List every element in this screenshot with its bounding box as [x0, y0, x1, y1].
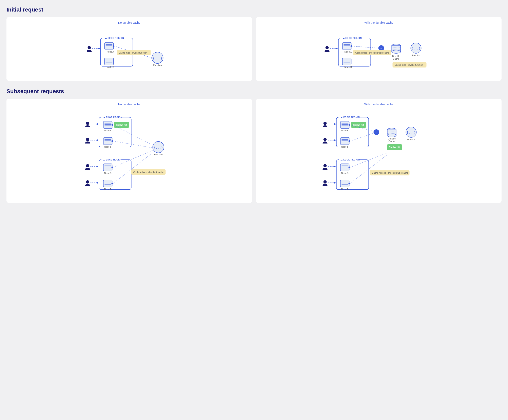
svg-rect-169 [341, 180, 349, 187]
svg-rect-130 [341, 137, 349, 145]
svg-text:☁ EDGE REGION: ☁ EDGE REGION [105, 37, 124, 39]
svg-point-174 [349, 183, 350, 184]
initial-no-cache-panel: No durable cache ☁ EDGE REGION [7, 17, 252, 81]
svg-point-127 [349, 124, 350, 126]
svg-point-91 [86, 180, 89, 184]
svg-text:Cache misses - invoke function: Cache misses - invoke function [133, 171, 164, 173]
svg-point-156 [334, 166, 336, 167]
svg-text:Node A: Node A [341, 129, 349, 132]
subsequent-with-cache-label: With the durable cache [262, 103, 496, 106]
svg-text:Durable: Durable [388, 137, 396, 140]
subsequent-no-cache-diagram: ☁ EDGE REGION Node A Cache hit Node B [12, 110, 246, 196]
svg-text:Cache hit: Cache hit [116, 124, 127, 127]
svg-point-60 [86, 122, 89, 125]
svg-text:☁ EDGE REGION: ☁ EDGE REGION [103, 116, 122, 119]
svg-rect-97 [104, 164, 112, 171]
svg-point-26 [336, 48, 338, 49]
svg-point-157 [323, 180, 327, 184]
svg-text:Function: Function [412, 54, 420, 57]
svg-text:Cache: Cache [388, 140, 395, 142]
svg-point-11 [113, 45, 114, 47]
svg-text:Cache hit: Cache hit [389, 146, 400, 149]
svg-text:→: → [380, 47, 382, 50]
svg-point-0 [88, 46, 91, 49]
svg-text:Node A: Node A [107, 51, 114, 53]
svg-text:Cache miss - check durable cac: Cache miss - check durable cache [355, 52, 389, 54]
svg-text:Cache misses - check durable c: Cache misses - check durable cache [372, 172, 408, 174]
svg-point-62 [97, 123, 98, 125]
svg-rect-163 [341, 164, 349, 171]
svg-text:Node A: Node A [341, 172, 349, 174]
svg-text:{...}: {...} [154, 146, 163, 149]
initial-with-cache-diagram: ☁ EDGE REGION Node A Node B → [262, 28, 496, 74]
svg-point-82 [112, 140, 113, 142]
svg-text:Node B: Node B [104, 146, 112, 148]
svg-text:Node B: Node B [104, 188, 112, 190]
subsequent-with-cache-panel: With the durable cache [256, 99, 501, 203]
svg-point-65 [97, 139, 98, 141]
svg-rect-122 [341, 121, 349, 128]
svg-point-168 [349, 166, 350, 168]
svg-point-102 [112, 166, 113, 168]
svg-rect-6 [105, 42, 113, 50]
initial-request-section: Initial request No durable cache ☁ E [7, 7, 501, 81]
svg-point-35 [351, 45, 352, 47]
svg-text:→: → [375, 131, 378, 134]
subsequent-section: Subsequent requests No durable cache [7, 88, 501, 203]
svg-point-63 [86, 138, 89, 141]
svg-point-93 [97, 182, 98, 184]
initial-diagrams-row: No durable cache ☁ EDGE REGION [7, 17, 501, 81]
subsequent-no-cache-label: No durable cache [12, 103, 246, 106]
svg-text:☁ EDGE REGION: ☁ EDGE REGION [343, 37, 362, 39]
svg-text:Node B: Node B [344, 66, 352, 68]
svg-point-74 [112, 124, 113, 126]
svg-text:Node A: Node A [104, 129, 112, 132]
svg-point-47 [392, 50, 401, 53]
svg-text:Node B: Node B [107, 66, 114, 68]
svg-rect-69 [104, 121, 112, 128]
svg-point-143 [387, 134, 396, 137]
svg-point-115 [334, 123, 336, 125]
svg-text:Cache miss - invoke function: Cache miss - invoke function [119, 52, 147, 54]
initial-with-cache-panel: With the durable cache ☁ EDGE REGION [256, 17, 501, 81]
svg-point-154 [323, 164, 327, 167]
initial-with-cache-label: With the durable cache [262, 21, 496, 24]
svg-point-135 [349, 140, 350, 142]
svg-point-118 [334, 139, 336, 141]
svg-text:Node A: Node A [104, 172, 112, 174]
svg-point-2 [98, 48, 100, 49]
svg-point-24 [326, 46, 329, 49]
subsequent-title: Subsequent requests [7, 88, 501, 95]
svg-text:Cache miss - invoke function: Cache miss - invoke function [395, 64, 423, 66]
svg-rect-103 [104, 180, 112, 187]
svg-text:Durable: Durable [392, 55, 400, 57]
svg-point-108 [112, 183, 113, 184]
svg-text:Function: Function [154, 153, 163, 156]
subsequent-no-cache-panel: No durable cache [7, 99, 252, 203]
svg-text:☁ EDGE REGION: ☁ EDGE REGION [103, 159, 122, 161]
svg-text:Node B: Node B [341, 146, 349, 148]
svg-point-88 [86, 164, 89, 167]
svg-text:☁ EDGE REGION: ☁ EDGE REGION [341, 159, 360, 161]
svg-text:Node B: Node B [341, 188, 349, 190]
svg-text:{...}: {...} [153, 56, 162, 60]
svg-text:Function: Function [153, 64, 162, 66]
svg-text:Function: Function [407, 138, 415, 141]
svg-rect-12 [105, 58, 113, 65]
svg-point-159 [334, 182, 336, 184]
svg-text:{...}: {...} [407, 131, 416, 135]
svg-point-113 [323, 122, 327, 125]
initial-no-cache-label: No durable cache [12, 21, 246, 24]
svg-point-116 [323, 138, 327, 141]
svg-text:{...}: {...} [411, 47, 420, 50]
subsequent-diagrams-row: No durable cache [7, 99, 501, 203]
subsequent-with-cache-diagram: ☁ EDGE REGION Node A Cache hit Node B [262, 110, 496, 196]
svg-text:Node A: Node A [344, 51, 352, 53]
initial-request-title: Initial request [7, 7, 501, 13]
initial-no-cache-diagram: ☁ EDGE REGION Node A Node B [12, 28, 246, 74]
svg-text:Cache: Cache [393, 58, 399, 60]
svg-rect-30 [343, 42, 351, 50]
svg-rect-77 [104, 137, 112, 145]
svg-text:☁ EDGE REGION: ☁ EDGE REGION [341, 116, 360, 119]
svg-point-90 [97, 166, 98, 167]
